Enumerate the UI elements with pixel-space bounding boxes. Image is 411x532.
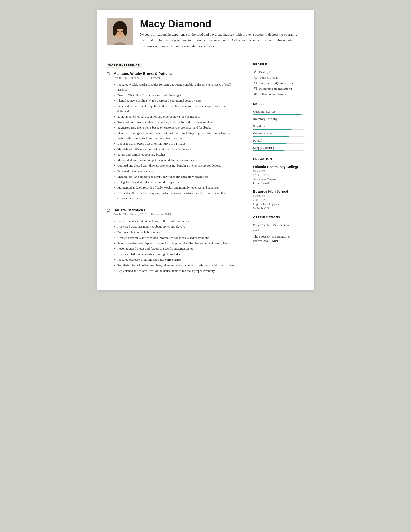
list-item: Prepared weekly work schedules for staff… <box>117 82 237 92</box>
svg-point-10 <box>119 33 121 35</box>
list-item: Resolved customer complaints regarding f… <box>117 120 237 125</box>
list-item: Reported maintenance needs <box>117 169 237 174</box>
header-section: Macy Diamond 5+ years of leadership expe… <box>97 10 314 56</box>
list-item: Took inventory of café supplies and orde… <box>117 114 237 119</box>
skill-row: Inventory Tracking <box>253 117 304 122</box>
candidate-summary: 5+ years of leadership experience in the… <box>140 32 302 49</box>
skill-name: Payroll <box>253 139 304 142</box>
skill-bar-bg <box>253 136 304 137</box>
skill-bar-fill <box>253 129 292 130</box>
skill-row: Supply Ordering <box>253 146 304 151</box>
list-item: Ensured That all café expenses were with… <box>117 93 237 98</box>
job-dot-2 <box>107 209 110 212</box>
list-item: Identified strategies to retain and attr… <box>117 131 237 141</box>
job-title-1: Manager, Witchy Brews & Potions <box>113 71 237 76</box>
phone-icon <box>253 76 257 80</box>
resume-page: Macy Diamond 5+ years of leadership expe… <box>97 10 314 290</box>
left-column: WORK EXPERIENCE Manager, Witchy Brews & … <box>107 63 247 281</box>
edu-years: 2008 — 2012 <box>253 198 304 202</box>
svg-point-11 <box>255 71 256 72</box>
certifications-list: Food Handler's Certification 2021 The Fo… <box>253 223 304 247</box>
profile-item: instagram.com/mdiamond <box>253 87 304 91</box>
svg-point-15 <box>256 88 256 88</box>
job-dot-col-1 <box>107 71 110 201</box>
edu-school: Edwards High School <box>253 189 304 194</box>
certifications-title: CERTIFICATIONS <box>253 216 304 220</box>
job-dot-1 <box>107 72 110 76</box>
list-item: Set up and completed roasting batches <box>117 152 237 157</box>
skill-name: Inventory Tracking <box>253 117 304 121</box>
list-item: Suggested new menu items based on custom… <box>117 125 237 130</box>
certification-entry: The Foodservice Management Professional … <box>253 234 304 247</box>
skill-row: Scheduling <box>253 124 304 130</box>
skill-bar-fill <box>253 136 289 137</box>
svg-rect-13 <box>254 87 256 90</box>
skill-bar-bg <box>253 114 304 115</box>
svg-point-8 <box>117 31 119 32</box>
cert-year: 2020 <box>253 243 304 247</box>
edu-degree: High School Diploma <box>253 202 304 206</box>
candidate-name: Macy Diamond <box>140 18 302 29</box>
skill-bar-fill <box>253 122 294 122</box>
job-content-1: Manager, Witchy Brews & Potions Destin, … <box>113 71 237 201</box>
profile-item-text: Destin, FL <box>259 70 273 74</box>
right-column: PROFILE Destin, FL(985) 479-4037macydiam… <box>247 63 304 281</box>
skill-bar-bg <box>253 143 304 144</box>
list-item: Setup advertisement displays for new inc… <box>117 241 237 246</box>
list-item: Deposited cash twice a week on Mondays a… <box>117 141 237 146</box>
profile-item-text: macydiamond@gmail.com <box>259 81 293 85</box>
svg-point-7 <box>115 21 125 28</box>
edu-degree: Associate's Degree <box>253 178 304 181</box>
email-icon <box>253 81 257 85</box>
job-bullets-2: Prepared and served drinks to over 300+ … <box>113 219 237 273</box>
job-title-2: Barista, Starbucks <box>113 208 237 212</box>
job-entry-1: Manager, Witchy Brews & Potions Destin, … <box>107 71 237 201</box>
list-item: Maintained sufficient rolled coin and sm… <box>117 147 237 152</box>
svg-point-14 <box>254 88 256 89</box>
job-content-2: Barista, Starbucks Destin, FL • January … <box>113 208 237 274</box>
profile-item: macydiamond@gmail.com <box>253 81 304 85</box>
list-item: Recommended brews and flavors to specifi… <box>117 246 237 251</box>
certifications-section: CERTIFICATIONS Food Handler's Certificat… <box>253 216 304 247</box>
skill-row: Customer Service <box>253 110 304 115</box>
list-item: Received delivered café supplies and ver… <box>117 104 237 114</box>
job-dot-col-2 <box>107 208 110 274</box>
skill-name: Scheduling <box>253 124 304 128</box>
skills-title: SKILLS <box>253 103 304 107</box>
list-item: Counted and closed cash drawers after cl… <box>117 163 237 168</box>
avatar <box>107 18 133 45</box>
skill-bar-bg <box>253 129 304 130</box>
skill-row: Payroll <box>253 139 304 144</box>
profile-item: (985) 479-4037 <box>253 76 304 80</box>
instagram-icon <box>253 87 257 91</box>
edu-location: Destin, FL <box>253 194 304 198</box>
header-text: Macy Diamond 5+ years of leadership expe… <box>140 18 302 49</box>
skill-bar-bg <box>253 122 304 122</box>
edu-location: Destin, FL <box>253 170 304 173</box>
skill-bar-fill <box>253 143 286 144</box>
job-bullets-1: Prepared weekly work schedules for staff… <box>113 82 237 201</box>
list-item: Ensured cafe and employees complied with… <box>117 174 237 180</box>
list-item: Prepared and served drinks to over 300+ … <box>117 219 237 224</box>
list-item: Maintained updated records of daily, wee… <box>117 185 237 190</box>
work-experience-title: WORK EXPERIENCE <box>107 63 142 67</box>
profile-section: PROFILE Destin, FL(985) 479-4037macydiam… <box>253 63 304 96</box>
skills-list: Customer Service Inventory Tracking Sche… <box>253 110 304 151</box>
list-item: Replenished and rotated front of the hou… <box>117 268 237 274</box>
job-entry-2: Barista, Starbucks Destin, FL • January … <box>107 208 237 274</box>
certification-entry: Food Handler's Certification 2021 <box>253 223 304 231</box>
list-item: Delegated checklist tasks and ensured co… <box>117 180 237 185</box>
list-item: Answered customer inquiries about brews … <box>117 224 237 229</box>
skill-name: Communication <box>253 132 304 135</box>
skill-bar-fill <box>253 151 284 151</box>
location-icon <box>253 70 257 74</box>
cert-name: Food Handler's Certification <box>253 223 304 228</box>
skills-section: SKILLS Customer Service Inventory Tracki… <box>253 103 304 151</box>
skill-row: Communication <box>253 132 304 137</box>
profile-items: Destin, FL(985) 479-4037macydiamond@gmai… <box>253 70 304 96</box>
edu-gpa: GPA: 3.7/4.0 <box>253 181 304 185</box>
list-item: Prepared espresso shots and specialty co… <box>117 257 237 262</box>
education-entry: Orlando Community College Destin, FL 201… <box>253 165 304 185</box>
education-title: EDUCATION <box>253 157 304 162</box>
list-item: Identified new suppliers which decreased… <box>117 98 237 103</box>
